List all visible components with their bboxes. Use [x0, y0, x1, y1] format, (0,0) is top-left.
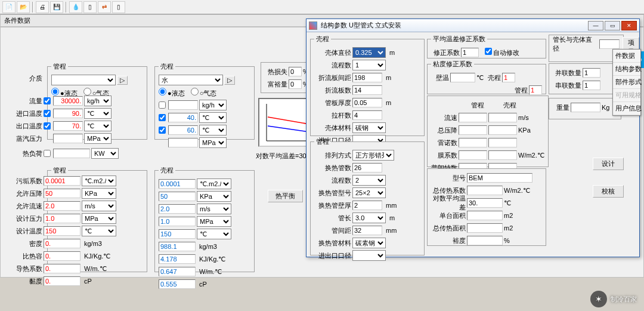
in-U[interactable] [467, 186, 503, 195]
in-ld[interactable] [599, 39, 620, 49]
in-tc[interactable] [502, 73, 515, 82]
in-sk[interactable] [159, 267, 196, 276]
in-stout[interactable] [168, 125, 198, 135]
cb-tflow[interactable] [44, 97, 51, 104]
cb-sflow[interactable] [159, 101, 166, 109]
sel-tlen[interactable]: 3.0 [352, 213, 386, 223]
in-scp[interactable] [159, 254, 196, 264]
in-h-s[interactable] [488, 150, 517, 160]
in-wt[interactable] [450, 73, 475, 82]
in-bsp[interactable] [352, 73, 382, 82]
btn-heat-balance[interactable]: 热平衡 [268, 190, 303, 202]
tb-3[interactable]: 🖨 [36, 1, 49, 13]
in-tp[interactable] [44, 214, 80, 223]
in-sp[interactable] [159, 217, 196, 226]
sel-npass[interactable]: 1 [352, 60, 386, 70]
in-vel-s[interactable] [488, 113, 517, 122]
titlebar[interactable]: 结构参数 U型管式 立式安装 — ▭ ✕ [306, 19, 639, 32]
in-re-t[interactable] [459, 138, 487, 147]
tb-6[interactable]: ▯ [83, 1, 97, 13]
close-button[interactable]: ✕ [621, 21, 637, 30]
cb-stout[interactable] [159, 127, 166, 134]
in-h-t[interactable] [459, 150, 487, 160]
tb-4[interactable]: 💾 [50, 1, 63, 13]
in-stin[interactable] [168, 113, 198, 122]
in-margin[interactable] [289, 79, 302, 89]
in-tcp[interactable] [44, 251, 80, 261]
rb-shell-liq[interactable]: ●液态 [159, 88, 185, 98]
in-trho[interactable] [44, 239, 80, 248]
in-bn[interactable] [352, 85, 382, 95]
in-tie[interactable] [352, 110, 382, 120]
tb-7[interactable]: ⇄ [98, 1, 111, 13]
in-vel-t[interactable] [459, 113, 487, 122]
in-mg[interactable] [467, 236, 503, 245]
in-sc[interactable] [529, 85, 542, 95]
in-spv[interactable] [168, 138, 198, 147]
in-tfoul[interactable] [44, 176, 80, 186]
tube-medium-btn[interactable]: ▷ [117, 76, 128, 85]
in-tv[interactable] [44, 201, 80, 211]
u-tflow[interactable]: kg/h [84, 96, 112, 106]
in-tk[interactable] [44, 264, 80, 273]
cb-stin[interactable] [159, 114, 166, 121]
in-sflow[interactable] [168, 100, 198, 110]
in-ntube[interactable] [352, 163, 382, 173]
tb-8[interactable]: ▯ [112, 1, 125, 13]
sel-arr[interactable]: 正方形错列 [352, 150, 394, 161]
in-heatload[interactable] [53, 149, 90, 158]
in-sfoul[interactable] [159, 179, 196, 189]
shell-medium-btn[interactable]: ▷ [224, 76, 235, 85]
max-button[interactable]: ▭ [605, 21, 620, 30]
tb-1[interactable]: 📄 [2, 1, 16, 13]
btn-check[interactable]: 校核 [593, 185, 624, 198]
in-model[interactable] [467, 173, 532, 183]
in-ttin[interactable] [53, 109, 83, 118]
in-dp-s[interactable] [488, 125, 517, 135]
min-button[interactable]: — [588, 21, 603, 30]
in-sv[interactable] [159, 204, 196, 214]
shell-medium-select[interactable]: 水 [159, 75, 223, 85]
in-tpv[interactable] [53, 134, 83, 143]
in-tmu[interactable] [44, 276, 80, 286]
in-dp-t[interactable] [459, 125, 487, 135]
tube-medium-select[interactable] [51, 75, 116, 85]
rb-shell-gas[interactable]: ○气态 [191, 88, 217, 98]
menu-item-1[interactable]: 结构参数 [613, 63, 640, 76]
in-tflow[interactable] [53, 96, 83, 106]
sel-tmat[interactable]: 碳素钢 [352, 238, 386, 248]
sel-shell-d[interactable]: 0.325 [352, 47, 386, 58]
in-sdp[interactable] [159, 192, 196, 201]
in-weight[interactable] [571, 103, 600, 112]
u-tpv[interactable]: MPa [84, 133, 112, 144]
cb-ttin[interactable] [44, 110, 51, 117]
in-ttout[interactable] [53, 121, 83, 131]
in-st[interactable] [159, 229, 196, 239]
tb-5[interactable]: 💧 [69, 1, 82, 13]
u-ttout[interactable]: ℃ [84, 121, 112, 131]
in-lmtd2[interactable] [467, 198, 503, 208]
in-heatloss[interactable] [289, 67, 302, 76]
in-wall[interactable] [352, 201, 382, 210]
cb-auto[interactable]: 自动修改 [485, 48, 519, 57]
menu-item-4[interactable]: 用户信息 [613, 102, 640, 115]
in-re-s[interactable] [488, 138, 517, 147]
sel-tpass[interactable]: 2 [352, 175, 386, 186]
in-a2[interactable] [467, 223, 503, 233]
in-a1[interactable] [467, 211, 503, 220]
in-cor[interactable] [461, 48, 479, 57]
in-srho[interactable] [159, 242, 196, 251]
in-npar[interactable] [583, 81, 600, 90]
btn-design[interactable]: 设计 [593, 158, 624, 170]
in-pitch[interactable] [352, 226, 382, 235]
in-pth[interactable] [352, 98, 382, 107]
in-nser[interactable] [583, 68, 600, 78]
cb-heatload[interactable] [44, 150, 51, 157]
menu-item-2[interactable]: 部件形式 [613, 76, 640, 89]
sel-tsize[interactable]: 25×2 [352, 187, 386, 198]
cb-ttout[interactable] [44, 122, 51, 130]
sel-smat[interactable]: 碳钢 [352, 122, 386, 133]
in-tt[interactable] [44, 226, 80, 236]
in-tdp[interactable] [44, 189, 80, 198]
menu-item-0[interactable]: 件数据 [613, 50, 640, 63]
